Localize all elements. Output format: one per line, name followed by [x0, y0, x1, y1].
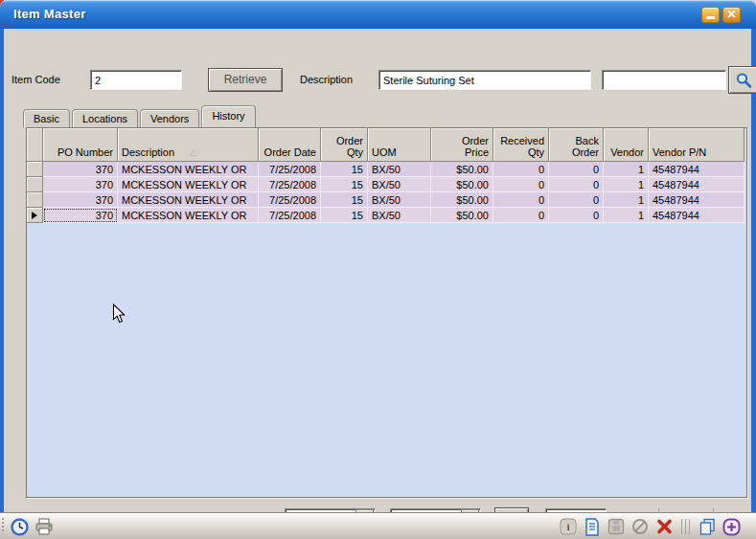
grid-cell[interactable]: BX/50 [368, 208, 431, 223]
grid-cell[interactable]: 0 [493, 162, 549, 177]
table-row[interactable]: 370MCKESSON WEEKLY OR7/25/200815BX/50$50… [27, 208, 746, 223]
grid-cell[interactable]: $50.00 [431, 208, 493, 223]
close-button[interactable]: ✕ [722, 7, 741, 23]
add-record-button[interactable] [722, 517, 741, 536]
window-body: Item Code Retrieve Description BasicLoca… [0, 29, 756, 512]
table-row[interactable]: 370MCKESSON WEEKLY OR7/25/200815BX/50$50… [27, 177, 746, 192]
grid-cell[interactable]: 0 [493, 208, 549, 223]
window-title: Item Master [13, 7, 86, 21]
printer-icon [34, 518, 54, 536]
column-header-description[interactable]: Description△ [118, 128, 259, 162]
lookup-input[interactable] [602, 70, 726, 90]
grid-cell[interactable]: 7/25/2008 [259, 208, 321, 223]
print-button[interactable] [34, 517, 54, 536]
svg-text:i: i [566, 521, 569, 532]
grid-cell[interactable]: 370 [43, 192, 118, 208]
grid-cell[interactable]: MCKESSON WEEKLY OR [118, 177, 259, 192]
grid-cell[interactable]: 370 [43, 208, 118, 223]
column-header-vendor[interactable]: Vendor [604, 128, 649, 162]
column-header-order-qty[interactable]: Order Qty [321, 128, 368, 162]
grid-cell[interactable]: MCKESSON WEEKLY OR [118, 192, 259, 208]
row-pointer-icon [32, 212, 37, 219]
toolbar-grip[interactable] [2, 518, 4, 531]
grid-rows: 370MCKESSON WEEKLY OR7/25/200815BX/50$50… [27, 162, 746, 223]
column-header-vendor-p/n[interactable]: Vendor P/N [649, 128, 745, 162]
column-header-back-order[interactable]: Back Order [549, 128, 604, 162]
minimize-button[interactable] [701, 7, 720, 23]
column-header-order-date[interactable]: Order Date [259, 128, 321, 162]
tab-basic[interactable]: Basic [23, 109, 70, 127]
grid-cell[interactable]: 0 [493, 177, 549, 192]
grid-cell[interactable]: 45487944 [649, 192, 745, 208]
document-icon [584, 518, 601, 536]
grid-cell[interactable]: 1 [604, 208, 649, 223]
row-selector[interactable] [27, 192, 43, 208]
column-header-order-price[interactable]: Order Price [431, 128, 493, 162]
retrieve-button[interactable]: Retrieve [208, 68, 283, 92]
row-selector[interactable] [27, 208, 43, 223]
search-button[interactable] [728, 66, 756, 94]
column-header-po-number[interactable]: PO Number [43, 128, 118, 162]
grid-cell[interactable]: 15 [321, 192, 368, 208]
tab-history[interactable]: History [201, 105, 255, 127]
tab-strip: BasicLocationsVendorsHistory [23, 105, 258, 127]
tab-locations[interactable]: Locations [72, 109, 138, 127]
row-selector[interactable] [27, 162, 43, 177]
status-bar: i [0, 512, 756, 539]
column-header-uom[interactable]: UOM [368, 128, 431, 162]
grid-cell[interactable]: $50.00 [431, 162, 493, 177]
grid-cell[interactable]: 45487944 [649, 208, 745, 223]
grid-cell[interactable]: 7/25/2008 [259, 192, 321, 208]
grid-cell[interactable]: 1 [604, 177, 649, 192]
info-icon: i [560, 518, 577, 535]
grid-cell[interactable]: 45487944 [649, 177, 745, 192]
grid-cell[interactable]: 15 [321, 162, 368, 177]
edit-document-button[interactable] [583, 517, 602, 536]
minimize-icon [706, 16, 715, 19]
grid-cell[interactable]: 7/25/2008 [259, 162, 321, 177]
grid-cell[interactable]: 7/25/2008 [259, 177, 321, 192]
description-label: Description [300, 74, 353, 85]
description-input[interactable] [378, 70, 591, 90]
info-button[interactable]: i [559, 517, 578, 536]
grid-cell[interactable]: 0 [549, 162, 604, 177]
titlebar[interactable]: Item Master ✕ [0, 0, 756, 29]
grid-cell[interactable]: 0 [493, 192, 549, 208]
grid-cell[interactable]: 1 [604, 162, 649, 177]
grid-cell[interactable]: $50.00 [431, 192, 493, 208]
history-grid[interactable]: PO NumberDescription△Order DateOrder Qty… [26, 127, 747, 498]
grid-cell[interactable]: 0 [549, 192, 604, 208]
grid-cell[interactable]: 0 [549, 208, 604, 223]
clock-icon [11, 518, 29, 536]
copy-records-button[interactable] [698, 517, 717, 536]
grid-cell[interactable]: 370 [43, 162, 118, 177]
grid-cell[interactable]: 0 [549, 177, 604, 192]
grid-cell[interactable]: BX/50 [368, 162, 431, 177]
item-code-input[interactable] [90, 70, 182, 90]
grid-cell[interactable]: 45487944 [649, 162, 745, 177]
row-selector[interactable] [27, 177, 43, 192]
item-code-label: Item Code [11, 74, 60, 85]
grid-cell[interactable]: 1 [604, 192, 649, 208]
table-row[interactable]: 370MCKESSON WEEKLY OR7/25/200815BX/50$50… [27, 192, 746, 208]
save-button-disabled[interactable] [607, 517, 626, 536]
clock-button[interactable] [10, 517, 29, 536]
cancel-button-disabled[interactable] [630, 517, 650, 536]
save-icon [607, 518, 625, 535]
search-icon [735, 72, 752, 89]
grid-cell[interactable]: BX/50 [368, 192, 431, 208]
tab-vendors[interactable]: Vendors [140, 109, 199, 127]
grid-cell[interactable]: $50.00 [431, 177, 493, 192]
grid-cell[interactable]: MCKESSON WEEKLY OR [118, 208, 259, 223]
grid-cell[interactable]: 15 [321, 177, 368, 192]
grid-cell[interactable]: 15 [321, 208, 368, 223]
table-row[interactable]: 370MCKESSON WEEKLY OR7/25/200815BX/50$50… [27, 162, 746, 177]
row-selector-header [27, 128, 43, 162]
grid-cell[interactable]: MCKESSON WEEKLY OR [118, 162, 259, 177]
column-header-received-qty[interactable]: Received Qty [493, 128, 549, 162]
grid-cell[interactable]: BX/50 [368, 177, 431, 192]
cancel-icon [631, 518, 649, 535]
delete-button[interactable] [654, 517, 674, 536]
grid-cell[interactable]: 370 [43, 177, 118, 192]
grid-header-row: PO NumberDescription△Order DateOrder Qty… [27, 128, 746, 162]
